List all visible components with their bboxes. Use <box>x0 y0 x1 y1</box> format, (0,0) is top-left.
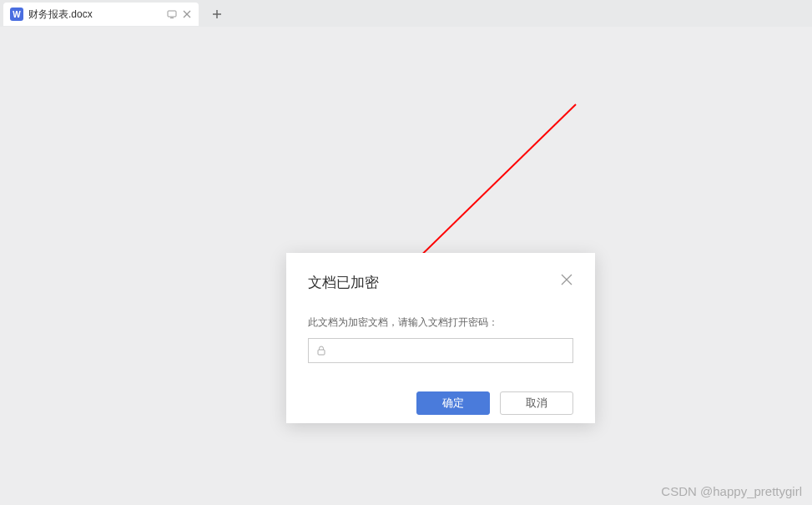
lock-icon <box>315 345 327 356</box>
svg-rect-0 <box>168 11 176 17</box>
cancel-button-label: 取消 <box>526 396 547 411</box>
confirm-button-label: 确定 <box>442 396 464 411</box>
password-input[interactable] <box>334 339 566 362</box>
tab-actions <box>167 9 192 19</box>
word-doc-icon: W <box>10 8 23 21</box>
confirm-button[interactable]: 确定 <box>416 391 490 415</box>
tab-title: 财务报表.docx <box>28 8 162 22</box>
tab-bar: W 财务报表.docx <box>0 0 812 27</box>
add-tab-button[interactable] <box>205 3 229 26</box>
svg-rect-10 <box>318 350 325 355</box>
monitor-icon[interactable] <box>167 9 177 19</box>
cancel-button[interactable]: 取消 <box>500 391 573 415</box>
dialog-message: 此文档为加密文档，请输入文档打开密码： <box>308 316 573 330</box>
close-tab-icon[interactable] <box>182 9 192 19</box>
password-field-wrapper <box>308 338 573 363</box>
password-dialog: 文档已加密 此文档为加密文档，请输入文档打开密码： 确定 取消 <box>286 253 595 423</box>
dialog-title: 文档已加密 <box>308 273 379 292</box>
watermark: CSDN @happy_prettygirl <box>661 484 802 498</box>
close-dialog-button[interactable] <box>560 273 573 286</box>
document-tab[interactable]: W 财务报表.docx <box>3 3 199 26</box>
